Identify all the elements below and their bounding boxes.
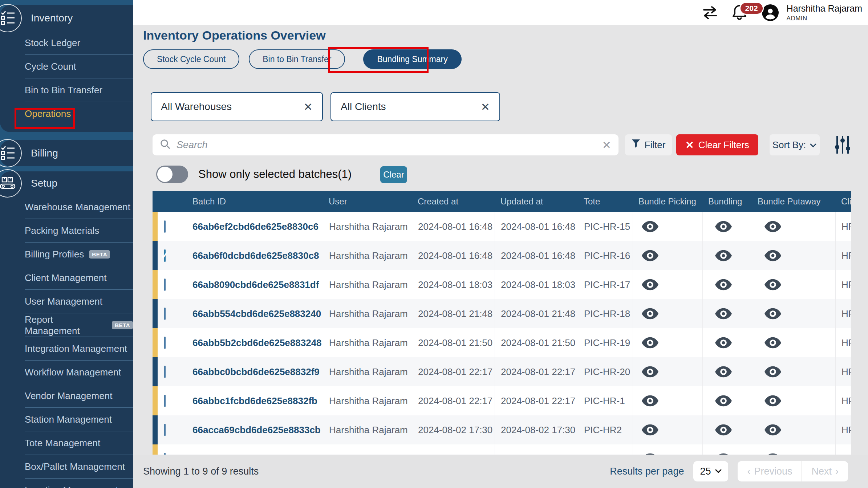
client-clear-icon[interactable]: ✕ bbox=[481, 101, 490, 113]
search-input[interactable] bbox=[176, 139, 602, 151]
bundling-view-icon[interactable] bbox=[715, 424, 732, 436]
bundle-picking-view-icon[interactable] bbox=[642, 278, 658, 291]
col-created-at[interactable]: Created at bbox=[412, 196, 495, 207]
footer-right: Results per page 25 ‹ Previous Next › bbox=[610, 461, 868, 481]
bundle-putaway-view-icon[interactable] bbox=[764, 278, 781, 291]
sidebar-header-setup[interactable]: Setup bbox=[0, 171, 133, 195]
sidebar-item[interactable]: Bin to Bin Transfer bbox=[0, 78, 133, 102]
bundle-putaway-view-icon[interactable] bbox=[764, 424, 781, 436]
client-cell: HR bbox=[835, 212, 851, 241]
tab[interactable]: Bundling Summary bbox=[363, 49, 461, 69]
bundling-view-icon[interactable] bbox=[715, 249, 732, 262]
client-filter-select[interactable]: All Clients ✕ bbox=[330, 92, 500, 121]
col-user[interactable]: User bbox=[323, 196, 412, 207]
warehouse-clear-icon[interactable]: ✕ bbox=[304, 101, 313, 113]
col-bundle-putaway[interactable]: Bundle Putaway bbox=[752, 196, 835, 207]
next-button[interactable]: Next › bbox=[802, 461, 848, 481]
row-checkbox[interactable] bbox=[164, 395, 166, 407]
row-checkbox[interactable] bbox=[164, 220, 166, 233]
sidebar-item[interactable]: Operations bbox=[0, 102, 133, 126]
batch-id-link[interactable]: 66abbc1fcbd6de625e8832fb bbox=[187, 386, 323, 415]
row-checkbox[interactable] bbox=[164, 424, 166, 436]
sidebar-item[interactable]: Integration Management bbox=[0, 337, 133, 361]
row-checkbox[interactable] bbox=[164, 366, 166, 378]
tab-label: Bin to Bin Transfer bbox=[263, 54, 331, 64]
bundle-putaway-view-icon[interactable] bbox=[764, 366, 781, 378]
sidebar-item[interactable]: Report Management BETA bbox=[0, 313, 133, 337]
sidebar-item[interactable]: Billing Profiles BETA bbox=[0, 243, 133, 266]
batch-id-link[interactable]: 66ab8090cbd6de625e8831df bbox=[187, 270, 323, 299]
created-at-cell: 2024-08-01 16:48 bbox=[412, 212, 495, 241]
clear-selection-button[interactable]: Clear bbox=[380, 166, 407, 183]
bundle-picking-view-icon[interactable] bbox=[642, 337, 658, 349]
row-checkbox[interactable] bbox=[164, 337, 166, 349]
sidebar-header-inventory[interactable]: Inventory bbox=[0, 5, 133, 31]
sidebar-item[interactable]: Vendor Management bbox=[0, 384, 133, 408]
bundle-putaway-view-icon[interactable] bbox=[764, 308, 781, 320]
sidebar-item[interactable]: Station Management bbox=[0, 408, 133, 431]
batch-id-link[interactable]: 66ab6ef2cbd6de625e8830c6 bbox=[187, 212, 323, 241]
bundle-picking-view-icon[interactable] bbox=[642, 220, 658, 233]
batch-id-link[interactable]: 66abb554cbd6de625e883240 bbox=[187, 299, 323, 328]
bundle-picking-view-icon[interactable] bbox=[642, 308, 658, 320]
bundle-putaway-view-icon[interactable] bbox=[764, 249, 781, 262]
col-bundle-picking[interactable]: Bundle Picking bbox=[633, 196, 702, 207]
bundle-picking-view-icon[interactable] bbox=[642, 424, 658, 436]
tab[interactable]: Stock Cycle Count bbox=[143, 49, 239, 69]
sidebar-item-label: Tote Management bbox=[25, 438, 100, 449]
bundle-putaway-view-icon[interactable] bbox=[764, 220, 781, 233]
batch-id-link[interactable]: 66ab6f0dcbd6de625e8830c8 bbox=[187, 241, 323, 270]
tab[interactable]: Bin to Bin Transfer bbox=[249, 49, 345, 69]
sidebar-item[interactable]: Warehouse Management bbox=[0, 195, 133, 219]
sidebar-header-billing[interactable]: Billing bbox=[0, 140, 133, 166]
sort-by-button[interactable]: Sort By: bbox=[770, 134, 820, 155]
sidebar-item[interactable]: Cycle Count bbox=[0, 55, 133, 78]
batch-id-link[interactable]: 66abb5b2cbd6de625e883248 bbox=[187, 328, 323, 357]
bundling-view-icon[interactable] bbox=[715, 220, 732, 233]
table-row: 66abbc0bcbd6de625e8832f9 Harshitha Rajar… bbox=[153, 357, 851, 386]
bundling-view-icon[interactable] bbox=[715, 395, 732, 407]
batch-id-link[interactable] bbox=[187, 444, 323, 455]
swap-arrows-icon[interactable] bbox=[701, 5, 719, 21]
search-clear-icon[interactable]: ✕ bbox=[602, 139, 611, 151]
tote-cell: PIC-HR-17 bbox=[578, 270, 633, 299]
sidebar-item[interactable]: Box/Pallet Management bbox=[0, 455, 133, 479]
bundle-picking-view-icon[interactable] bbox=[642, 249, 658, 262]
show-selected-toggle[interactable] bbox=[156, 166, 188, 183]
col-updated-at[interactable]: Updated at bbox=[495, 196, 578, 207]
col-client[interactable]: Client bbox=[835, 196, 851, 207]
row-checkbox[interactable] bbox=[164, 249, 166, 262]
row-checkbox[interactable] bbox=[164, 308, 166, 320]
row-checkbox[interactable] bbox=[164, 278, 166, 291]
bundling-view-icon[interactable] bbox=[715, 278, 732, 291]
client-cell: HR bbox=[835, 415, 851, 444]
bundling-view-icon[interactable] bbox=[715, 366, 732, 378]
sidebar-item[interactable]: Workflow Management bbox=[0, 361, 133, 384]
column-settings-sliders-icon[interactable] bbox=[833, 134, 852, 156]
warehouse-filter-select[interactable]: All Warehouses ✕ bbox=[151, 92, 323, 121]
bundling-view-icon[interactable] bbox=[715, 308, 732, 320]
bundle-putaway-view-icon[interactable] bbox=[764, 395, 781, 407]
sidebar-item[interactable]: Location Management bbox=[0, 479, 133, 488]
sidebar-item[interactable]: Tote Management bbox=[0, 431, 133, 455]
sidebar-item[interactable]: Stock Ledger bbox=[0, 31, 133, 55]
col-batch-id[interactable]: Batch ID bbox=[187, 196, 323, 207]
user-avatar[interactable] bbox=[762, 4, 779, 21]
col-tote[interactable]: Tote bbox=[578, 196, 633, 207]
sidebar-item[interactable]: User Management bbox=[0, 290, 133, 313]
sidebar-item[interactable]: Client Management bbox=[0, 266, 133, 290]
filter-button[interactable]: Filter bbox=[625, 134, 672, 155]
clear-filters-button[interactable]: ✕ Clear Filters bbox=[676, 134, 758, 155]
row-status-strip bbox=[153, 241, 158, 270]
batch-id-link[interactable]: 66abbc0bcbd6de625e8832f9 bbox=[187, 357, 323, 386]
bundle-putaway-view-icon[interactable] bbox=[764, 337, 781, 349]
batch-id-link[interactable]: 66acca69cbd6de625e8833cb bbox=[187, 415, 323, 444]
col-bundling[interactable]: Bundling bbox=[702, 196, 752, 207]
bundle-picking-view-icon[interactable] bbox=[642, 366, 658, 378]
bundle-picking-view-icon[interactable] bbox=[642, 395, 658, 407]
page-size-select[interactable]: 25 bbox=[693, 461, 728, 481]
previous-button[interactable]: ‹ Previous bbox=[738, 461, 802, 481]
sidebar-item[interactable]: Packing Materials bbox=[0, 219, 133, 243]
notifications-bell[interactable]: 202 bbox=[731, 3, 750, 22]
bundling-view-icon[interactable] bbox=[715, 337, 732, 349]
